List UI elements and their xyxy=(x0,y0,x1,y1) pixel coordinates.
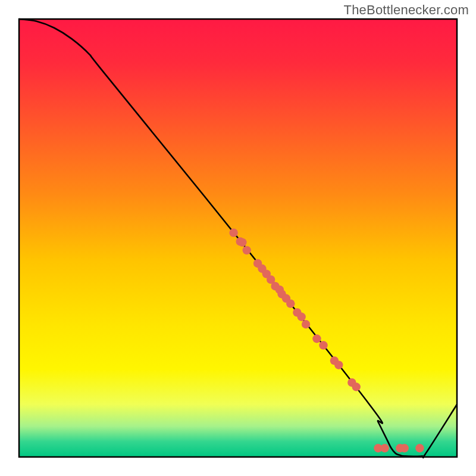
data-point xyxy=(286,299,295,308)
data-point xyxy=(312,334,321,343)
chart-svg xyxy=(0,0,476,476)
data-point xyxy=(319,341,327,349)
bottleneck-chart: TheBottlenecker.com xyxy=(0,0,476,476)
attribution-text: TheBottlenecker.com xyxy=(344,2,469,18)
data-point xyxy=(415,444,424,452)
data-point xyxy=(400,444,408,452)
data-point xyxy=(229,228,237,237)
data-point xyxy=(238,238,246,246)
data-point xyxy=(380,444,389,452)
data-point xyxy=(352,383,361,391)
data-point xyxy=(334,361,343,369)
data-point xyxy=(243,246,251,254)
data-point xyxy=(298,312,306,321)
data-point xyxy=(302,320,310,328)
